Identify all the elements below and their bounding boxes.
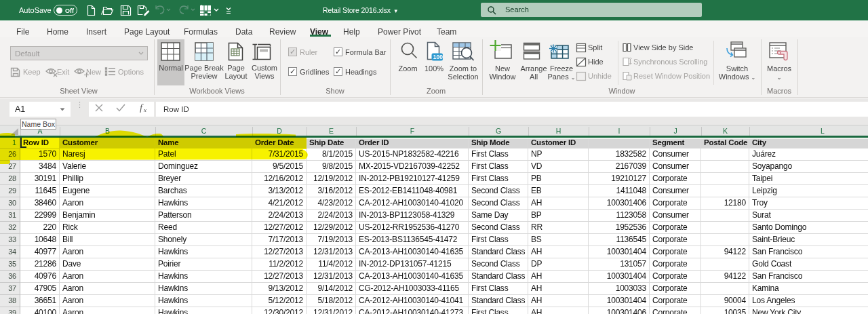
svg-text:x: x [143, 106, 146, 113]
svg-text:100: 100 [433, 54, 443, 60]
svg-text:*: * [200, 4, 203, 12]
